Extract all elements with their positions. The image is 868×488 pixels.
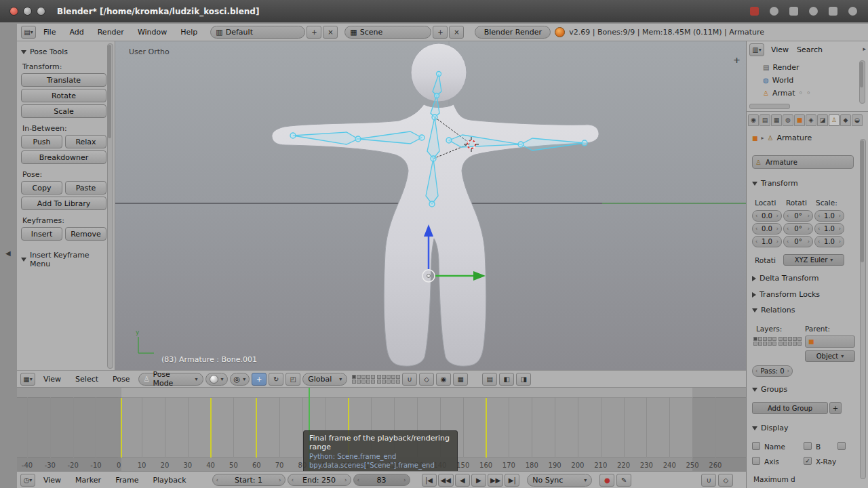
menu-file[interactable]: File [37, 28, 62, 37]
frame-start-field[interactable]: ‹Start: 1› [212, 474, 285, 486]
relations-panel-header[interactable]: Relations [752, 306, 795, 314]
push-button[interactable]: Push [21, 135, 62, 148]
insert-keyframe-menu-panel[interactable]: Insert Keyframe Menu [21, 251, 106, 268]
viewport-canvas[interactable]: y [115, 41, 746, 370]
transform-orientation-selector[interactable]: Global ▾ [302, 373, 347, 386]
keyframe-marker[interactable] [121, 398, 122, 458]
header-extra-icon[interactable]: ◨ [516, 373, 531, 386]
scale-z-field[interactable]: ‹1.0› [814, 236, 844, 247]
toolshelf-scrollbar[interactable] [107, 43, 113, 369]
tab-render-layers-icon[interactable]: ▤ [760, 114, 770, 126]
menu-frame[interactable]: Frame [109, 476, 144, 485]
remove-keyframe-button[interactable]: Remove [65, 227, 106, 241]
viewport-3d[interactable]: y User Ortho (83) Armature : Bone.001 + [115, 41, 746, 370]
add-to-group-button[interactable]: Add to Group [752, 402, 828, 414]
scrollbar-thumb[interactable] [860, 62, 863, 87]
menu-add[interactable]: Add [63, 28, 90, 37]
outliner-hscrollbar[interactable] [749, 104, 790, 109]
layers-group-1[interactable] [753, 337, 776, 346]
keyframe-marker[interactable] [486, 398, 487, 458]
timeline-extra-icon[interactable]: ◇ [718, 474, 733, 487]
rotation-y-field[interactable]: ‹0°› [783, 223, 813, 235]
jump-to-end-button[interactable]: ▶| [505, 474, 519, 487]
menu-search[interactable]: Search [795, 45, 824, 54]
keyframe-marker[interactable] [256, 398, 257, 458]
parent-object-field[interactable]: ■ [805, 336, 855, 348]
next-keyframe-button[interactable]: ▶▶ [488, 474, 503, 487]
display-xray-checkbox[interactable] [804, 457, 812, 465]
rotation-x-field[interactable]: ‹0°› [783, 210, 813, 222]
system-tray-icon[interactable] [770, 7, 778, 16]
tab-physics-icon[interactable]: ◒ [852, 114, 863, 126]
tab-constraints-icon[interactable]: ◈ [806, 114, 816, 126]
menu-view[interactable]: View [770, 45, 790, 54]
opengl-render-animation-button[interactable]: ▦ [453, 373, 468, 386]
record-button[interactable]: ● [599, 474, 614, 487]
id-name-field[interactable]: ♙ Armature [752, 155, 854, 169]
pivot-selector[interactable]: ◎ ▾ [230, 373, 250, 386]
tab-object-icon[interactable]: ■ [794, 114, 805, 126]
maximize-button[interactable] [37, 7, 45, 16]
transform-panel-header[interactable]: Transform [752, 179, 798, 188]
keyframe-marker[interactable] [210, 398, 212, 458]
previous-keyframe-button[interactable]: ◀◀ [438, 474, 454, 487]
menu-view[interactable]: View [37, 375, 67, 384]
delta-transform-panel-header[interactable]: Delta Transform [752, 274, 819, 283]
sync-mode-selector[interactable]: No Sync ▾ [527, 474, 592, 487]
render-engine-selector[interactable]: Blender Render [475, 26, 551, 39]
layers-group-1[interactable] [352, 375, 375, 384]
menu-pose[interactable]: Pose [106, 375, 136, 384]
groups-panel-header[interactable]: Groups [752, 385, 787, 394]
scale-button[interactable]: Scale [21, 104, 106, 118]
snap-element-selector[interactable]: ◇ [419, 373, 434, 386]
n-panel-expand-icon[interactable]: + [733, 55, 741, 65]
delete-scene-button[interactable]: × [449, 26, 464, 39]
outliner-item-world[interactable]: ◍ World [763, 75, 793, 86]
editor-type-button[interactable]: ▦ ▾ [20, 373, 35, 386]
menu-help[interactable]: Help [174, 28, 203, 37]
location-z-field[interactable]: ‹1.0› [752, 236, 782, 247]
viewport-layers-widget[interactable] [352, 375, 400, 384]
copy-pose-button[interactable]: Copy [21, 181, 62, 195]
snap-toggle[interactable]: ∪ [402, 373, 417, 386]
scale-x-field[interactable]: ‹1.0› [814, 210, 844, 222]
scrollbar-thumb[interactable] [108, 45, 111, 138]
item-visibility-icon[interactable]: ◦ [799, 89, 804, 98]
scene-selector[interactable]: ▦ Scene [344, 26, 431, 39]
menu-select[interactable]: Select [69, 375, 104, 384]
close-button[interactable] [9, 7, 18, 16]
current-frame-field[interactable]: ‹83› [353, 474, 410, 486]
scrollbar-thumb[interactable] [861, 140, 864, 262]
display-name-checkbox[interactable] [752, 442, 760, 450]
properties-scrollbar[interactable] [860, 139, 866, 479]
auto-keying-icon[interactable]: ✎ [616, 474, 631, 487]
rotation-z-field[interactable]: ‹0°› [783, 236, 813, 247]
gizmo-center-dot[interactable] [427, 274, 431, 278]
frame-end-field[interactable]: ‹End: 250› [288, 474, 351, 486]
header-collapse-icon[interactable]: ▸ [863, 45, 866, 52]
tab-bone-icon[interactable]: ◆ [840, 114, 851, 126]
menu-marker[interactable]: Marker [69, 476, 107, 485]
add-to-library-button[interactable]: Add To Library [21, 197, 106, 210]
outliner-item-armature[interactable]: ♙ Armat ◦ ◦ [763, 87, 811, 99]
system-tray-icon[interactable] [848, 7, 857, 16]
editor-type-button[interactable]: ▤ ▾ [21, 26, 36, 39]
item-selectability-icon[interactable]: ◦ [806, 89, 811, 98]
system-tray-icon[interactable] [809, 7, 818, 16]
display-axis-checkbox[interactable] [752, 457, 760, 465]
menu-view[interactable]: View [37, 476, 67, 485]
play-button[interactable]: ▶ [471, 474, 486, 487]
tab-render-icon[interactable]: ◉ [748, 114, 759, 126]
tab-object-data-icon[interactable]: ♙ [829, 114, 840, 126]
play-reverse-button[interactable]: ◀ [455, 474, 470, 487]
scale-y-field[interactable]: ‹1.0› [814, 223, 844, 235]
editor-type-button[interactable]: ◷ ▾ [20, 474, 35, 487]
minimize-button[interactable] [23, 7, 32, 16]
parent-type-selector[interactable]: Object ▾ [805, 350, 855, 362]
outliner-item-renderlayers[interactable]: ▤ Render [763, 62, 800, 73]
transform-locks-panel-header[interactable]: Transform Locks [752, 290, 820, 299]
tab-world-icon[interactable]: ◍ [783, 114, 793, 126]
rotate-button[interactable]: Rotate [21, 89, 106, 102]
jump-to-start-button[interactable]: |◀ [422, 474, 437, 487]
recording-indicator-icon[interactable] [750, 7, 759, 16]
